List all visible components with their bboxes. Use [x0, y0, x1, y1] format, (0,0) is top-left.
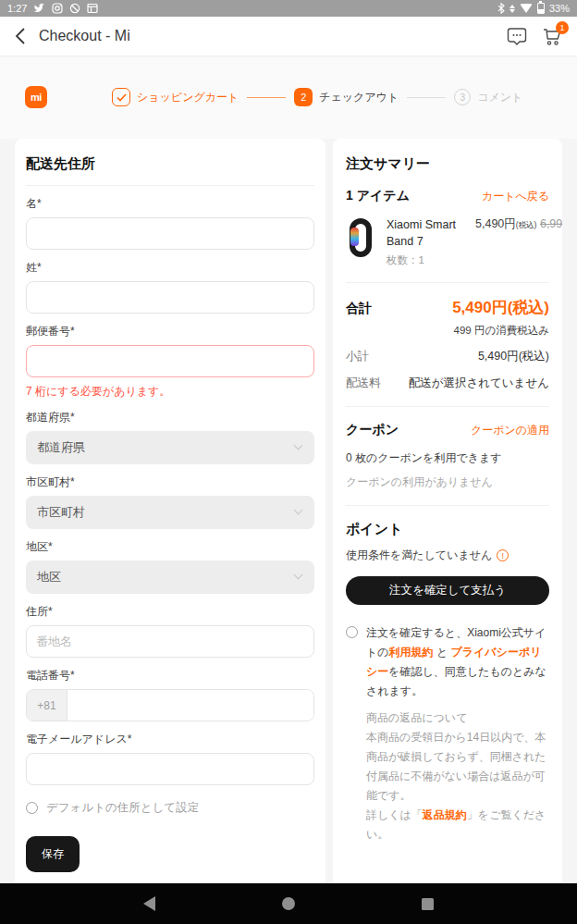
postal-code-error: 7 桁にする必要があります。: [26, 384, 314, 400]
points-note-text: 使用条件を満たしていません: [346, 548, 492, 563]
city-select[interactable]: 市区町村: [26, 496, 314, 529]
last-name-input[interactable]: [26, 281, 314, 314]
nav-home-icon[interactable]: [282, 897, 295, 910]
window-icon: [87, 3, 98, 14]
phone-label: 電話番号*: [26, 668, 314, 684]
checkout-stepper: mi ショッピングカート 2 チェックアウト 3 コメント: [0, 55, 577, 139]
city-label: 市区町村*: [26, 474, 314, 490]
postal-code-label: 郵便番号*: [26, 324, 314, 339]
coupon-none-text: クーポンの利用がありません: [346, 474, 549, 490]
status-time: 1:27: [7, 3, 27, 14]
shipping-fee-value: 配送が選択されていません: [409, 376, 549, 391]
points-title: ポイント: [346, 521, 549, 538]
nav-back-icon[interactable]: [143, 896, 155, 911]
save-button[interactable]: 保存: [26, 836, 80, 872]
address-input[interactable]: [26, 625, 314, 658]
status-bar: 1:27 33%: [0, 0, 577, 17]
subtotal-label: 小計: [346, 349, 369, 364]
prefecture-label: 都道府県*: [26, 410, 314, 425]
default-address-checkbox[interactable]: [26, 802, 38, 814]
prefecture-select[interactable]: 都道府県: [26, 431, 314, 464]
returns-info: 商品の返品について 本商品の受領日から14日以内で、本商品が破損しておらず、同梱…: [366, 708, 549, 844]
page-title: Checkout - Mi: [39, 28, 130, 44]
default-address-label: デフォルトの住所として設定: [46, 800, 199, 816]
step-number: 2: [294, 88, 313, 106]
address-label: 住所*: [26, 604, 314, 620]
back-icon[interactable]: [15, 27, 26, 45]
email-input[interactable]: [26, 753, 314, 785]
chevron-down-icon: [294, 441, 303, 450]
pay-button[interactable]: 注文を確定して支払う: [346, 576, 549, 605]
product-image: [346, 216, 377, 259]
instagram-icon: [52, 3, 63, 14]
blocked-circle-icon: [69, 3, 80, 14]
product-price: 5,490円(税込) 6,990円: [475, 216, 562, 267]
first-name-label: 名*: [26, 196, 314, 212]
nav-recents-icon[interactable]: [422, 898, 434, 910]
chat-icon[interactable]: [507, 27, 527, 46]
coupon-title: クーポン: [346, 422, 399, 438]
data-arrows-icon: [509, 5, 515, 13]
cart-icon[interactable]: 1: [542, 27, 562, 46]
product-row: Xiaomi Smart Band 7 枚数：1 5,490円(税込) 6,99…: [346, 216, 549, 267]
mi-logo: mi: [25, 86, 47, 108]
app-bar: Checkout - Mi 1: [0, 17, 577, 55]
chevron-down-icon: [294, 506, 303, 515]
phone-field: +81: [26, 689, 314, 721]
step-number: 3: [454, 89, 471, 105]
subtotal-value: 5,490円(税込): [478, 349, 549, 364]
return-policy-link[interactable]: 返品規約: [423, 808, 467, 821]
step-comment: 3 コメント: [454, 89, 522, 105]
product-old-price: 6,990円: [540, 217, 562, 230]
order-summary-card: 注文サマリー 1 アイテム カートへ戻る Xiaomi Smart Band 7…: [333, 139, 562, 883]
order-summary-title: 注文サマリー: [346, 155, 549, 173]
district-label: 地区*: [26, 539, 314, 555]
postal-code-input[interactable]: [26, 345, 314, 377]
chevron-down-icon: [294, 571, 303, 580]
email-label: 電子メールアドレス*: [26, 732, 314, 747]
battery-icon: [537, 3, 545, 14]
apply-coupon-link[interactable]: クーポンの適用: [471, 423, 549, 438]
agreement-text: 注文を確定すると、Xiaomi公式サイトの利用規約 と プライバシーポリシーを確…: [366, 623, 549, 844]
info-icon[interactable]: !: [497, 549, 509, 561]
android-nav-bar: [0, 883, 577, 924]
agreement-checkbox[interactable]: [346, 626, 358, 638]
product-quantity: 枚数：1: [387, 253, 466, 267]
twitter-icon: [33, 3, 45, 14]
total-label: 合計: [346, 301, 372, 317]
shipping-fee-label: 配送料: [346, 376, 381, 391]
check-icon: [112, 88, 130, 106]
cart-badge: 1: [556, 21, 569, 34]
step-checkout: 2 チェックアウト: [294, 88, 399, 106]
last-name-label: 姓*: [26, 260, 314, 276]
phone-country-prefix: +81: [27, 690, 68, 721]
phone-input[interactable]: [68, 690, 313, 721]
shipping-address-card: 配送先住所 名* 姓* 郵便番号* 7 桁にする必要があります。 都道府県* 都…: [15, 139, 325, 883]
back-to-cart-link[interactable]: カートへ戻る: [482, 189, 549, 204]
coupon-available-text: 0 枚のクーポンを利用できます: [346, 450, 549, 466]
battery-percent: 33%: [549, 3, 570, 14]
district-select[interactable]: 地区: [26, 561, 314, 594]
step-shopping-cart: ショッピングカート: [112, 88, 239, 106]
tax-note: 499 円の消費税込み: [346, 324, 549, 338]
shipping-address-title: 配送先住所: [26, 155, 314, 173]
product-name: Xiaomi Smart Band 7: [387, 216, 466, 250]
items-count: 1 アイテム: [346, 188, 410, 204]
wifi-icon: [520, 4, 533, 13]
bluetooth-icon: [497, 3, 505, 14]
terms-link[interactable]: 利用規約: [389, 646, 434, 659]
first-name-input[interactable]: [26, 217, 314, 250]
total-value: 5,490円(税込): [452, 297, 549, 318]
